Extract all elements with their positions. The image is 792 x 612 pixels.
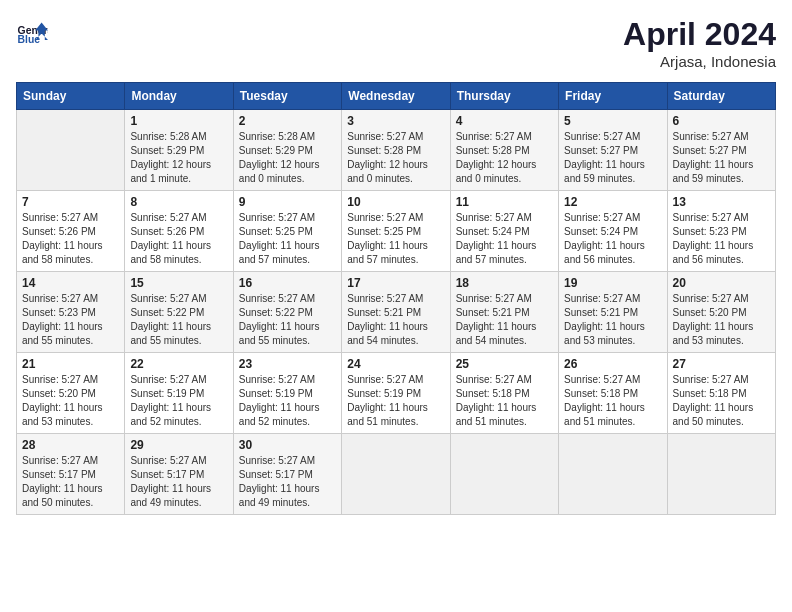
calendar-cell: 16Sunrise: 5:27 AMSunset: 5:22 PMDayligh…: [233, 272, 341, 353]
day-number: 18: [456, 276, 553, 290]
weekday-header-monday: Monday: [125, 83, 233, 110]
day-info: Sunrise: 5:27 AMSunset: 5:21 PMDaylight:…: [456, 292, 553, 348]
day-number: 11: [456, 195, 553, 209]
day-info: Sunrise: 5:27 AMSunset: 5:25 PMDaylight:…: [347, 211, 444, 267]
day-number: 30: [239, 438, 336, 452]
day-number: 2: [239, 114, 336, 128]
week-row-1: 1Sunrise: 5:28 AMSunset: 5:29 PMDaylight…: [17, 110, 776, 191]
day-info: Sunrise: 5:27 AMSunset: 5:27 PMDaylight:…: [673, 130, 770, 186]
day-info: Sunrise: 5:27 AMSunset: 5:19 PMDaylight:…: [347, 373, 444, 429]
day-number: 22: [130, 357, 227, 371]
weekday-header-row: SundayMondayTuesdayWednesdayThursdayFrid…: [17, 83, 776, 110]
day-number: 16: [239, 276, 336, 290]
day-info: Sunrise: 5:28 AMSunset: 5:29 PMDaylight:…: [239, 130, 336, 186]
day-info: Sunrise: 5:27 AMSunset: 5:28 PMDaylight:…: [456, 130, 553, 186]
day-info: Sunrise: 5:27 AMSunset: 5:28 PMDaylight:…: [347, 130, 444, 186]
day-number: 15: [130, 276, 227, 290]
day-info: Sunrise: 5:27 AMSunset: 5:20 PMDaylight:…: [22, 373, 119, 429]
day-number: 12: [564, 195, 661, 209]
day-number: 24: [347, 357, 444, 371]
day-number: 5: [564, 114, 661, 128]
calendar-cell: 4Sunrise: 5:27 AMSunset: 5:28 PMDaylight…: [450, 110, 558, 191]
logo: General Blue: [16, 16, 48, 48]
day-info: Sunrise: 5:27 AMSunset: 5:17 PMDaylight:…: [239, 454, 336, 510]
day-number: 6: [673, 114, 770, 128]
calendar-cell: 28Sunrise: 5:27 AMSunset: 5:17 PMDayligh…: [17, 434, 125, 515]
day-number: 9: [239, 195, 336, 209]
day-number: 28: [22, 438, 119, 452]
week-row-4: 21Sunrise: 5:27 AMSunset: 5:20 PMDayligh…: [17, 353, 776, 434]
calendar-cell: 22Sunrise: 5:27 AMSunset: 5:19 PMDayligh…: [125, 353, 233, 434]
day-number: 23: [239, 357, 336, 371]
calendar-cell: 19Sunrise: 5:27 AMSunset: 5:21 PMDayligh…: [559, 272, 667, 353]
day-number: 4: [456, 114, 553, 128]
day-number: 3: [347, 114, 444, 128]
day-info: Sunrise: 5:27 AMSunset: 5:17 PMDaylight:…: [22, 454, 119, 510]
day-info: Sunrise: 5:27 AMSunset: 5:26 PMDaylight:…: [130, 211, 227, 267]
day-info: Sunrise: 5:27 AMSunset: 5:17 PMDaylight:…: [130, 454, 227, 510]
calendar-table: SundayMondayTuesdayWednesdayThursdayFrid…: [16, 82, 776, 515]
day-number: 14: [22, 276, 119, 290]
day-info: Sunrise: 5:27 AMSunset: 5:25 PMDaylight:…: [239, 211, 336, 267]
calendar-cell: 26Sunrise: 5:27 AMSunset: 5:18 PMDayligh…: [559, 353, 667, 434]
calendar-cell: 8Sunrise: 5:27 AMSunset: 5:26 PMDaylight…: [125, 191, 233, 272]
day-info: Sunrise: 5:27 AMSunset: 5:18 PMDaylight:…: [456, 373, 553, 429]
week-row-5: 28Sunrise: 5:27 AMSunset: 5:17 PMDayligh…: [17, 434, 776, 515]
calendar-cell: [667, 434, 775, 515]
calendar-cell: 15Sunrise: 5:27 AMSunset: 5:22 PMDayligh…: [125, 272, 233, 353]
calendar-cell: 1Sunrise: 5:28 AMSunset: 5:29 PMDaylight…: [125, 110, 233, 191]
day-number: 8: [130, 195, 227, 209]
weekday-header-sunday: Sunday: [17, 83, 125, 110]
calendar-cell: 9Sunrise: 5:27 AMSunset: 5:25 PMDaylight…: [233, 191, 341, 272]
calendar-cell: 18Sunrise: 5:27 AMSunset: 5:21 PMDayligh…: [450, 272, 558, 353]
calendar-cell: [17, 110, 125, 191]
calendar-cell: 17Sunrise: 5:27 AMSunset: 5:21 PMDayligh…: [342, 272, 450, 353]
day-info: Sunrise: 5:27 AMSunset: 5:23 PMDaylight:…: [22, 292, 119, 348]
day-number: 29: [130, 438, 227, 452]
day-info: Sunrise: 5:27 AMSunset: 5:21 PMDaylight:…: [564, 292, 661, 348]
month-title: April 2024: [623, 16, 776, 53]
day-info: Sunrise: 5:27 AMSunset: 5:24 PMDaylight:…: [564, 211, 661, 267]
calendar-cell: 29Sunrise: 5:27 AMSunset: 5:17 PMDayligh…: [125, 434, 233, 515]
day-number: 19: [564, 276, 661, 290]
day-info: Sunrise: 5:27 AMSunset: 5:21 PMDaylight:…: [347, 292, 444, 348]
calendar-cell: 10Sunrise: 5:27 AMSunset: 5:25 PMDayligh…: [342, 191, 450, 272]
calendar-cell: 27Sunrise: 5:27 AMSunset: 5:18 PMDayligh…: [667, 353, 775, 434]
calendar-cell: 13Sunrise: 5:27 AMSunset: 5:23 PMDayligh…: [667, 191, 775, 272]
day-info: Sunrise: 5:27 AMSunset: 5:19 PMDaylight:…: [239, 373, 336, 429]
weekday-header-wednesday: Wednesday: [342, 83, 450, 110]
calendar-cell: 30Sunrise: 5:27 AMSunset: 5:17 PMDayligh…: [233, 434, 341, 515]
calendar-cell: 24Sunrise: 5:27 AMSunset: 5:19 PMDayligh…: [342, 353, 450, 434]
calendar-cell: [342, 434, 450, 515]
day-info: Sunrise: 5:27 AMSunset: 5:19 PMDaylight:…: [130, 373, 227, 429]
calendar-cell: 3Sunrise: 5:27 AMSunset: 5:28 PMDaylight…: [342, 110, 450, 191]
calendar-cell: [450, 434, 558, 515]
calendar-cell: 2Sunrise: 5:28 AMSunset: 5:29 PMDaylight…: [233, 110, 341, 191]
day-number: 25: [456, 357, 553, 371]
day-number: 1: [130, 114, 227, 128]
calendar-cell: 14Sunrise: 5:27 AMSunset: 5:23 PMDayligh…: [17, 272, 125, 353]
calendar-cell: [559, 434, 667, 515]
weekday-header-thursday: Thursday: [450, 83, 558, 110]
day-info: Sunrise: 5:27 AMSunset: 5:23 PMDaylight:…: [673, 211, 770, 267]
page-header: General Blue April 2024 Arjasa, Indonesi…: [16, 16, 776, 70]
calendar-cell: 20Sunrise: 5:27 AMSunset: 5:20 PMDayligh…: [667, 272, 775, 353]
day-number: 27: [673, 357, 770, 371]
day-info: Sunrise: 5:27 AMSunset: 5:27 PMDaylight:…: [564, 130, 661, 186]
calendar-cell: 23Sunrise: 5:27 AMSunset: 5:19 PMDayligh…: [233, 353, 341, 434]
day-number: 20: [673, 276, 770, 290]
day-info: Sunrise: 5:27 AMSunset: 5:18 PMDaylight:…: [564, 373, 661, 429]
day-info: Sunrise: 5:27 AMSunset: 5:24 PMDaylight:…: [456, 211, 553, 267]
calendar-cell: 6Sunrise: 5:27 AMSunset: 5:27 PMDaylight…: [667, 110, 775, 191]
day-info: Sunrise: 5:27 AMSunset: 5:22 PMDaylight:…: [239, 292, 336, 348]
calendar-cell: 7Sunrise: 5:27 AMSunset: 5:26 PMDaylight…: [17, 191, 125, 272]
calendar-cell: 21Sunrise: 5:27 AMSunset: 5:20 PMDayligh…: [17, 353, 125, 434]
weekday-header-saturday: Saturday: [667, 83, 775, 110]
day-number: 26: [564, 357, 661, 371]
week-row-2: 7Sunrise: 5:27 AMSunset: 5:26 PMDaylight…: [17, 191, 776, 272]
calendar-cell: 25Sunrise: 5:27 AMSunset: 5:18 PMDayligh…: [450, 353, 558, 434]
day-info: Sunrise: 5:27 AMSunset: 5:22 PMDaylight:…: [130, 292, 227, 348]
location: Arjasa, Indonesia: [623, 53, 776, 70]
day-info: Sunrise: 5:27 AMSunset: 5:18 PMDaylight:…: [673, 373, 770, 429]
day-info: Sunrise: 5:27 AMSunset: 5:26 PMDaylight:…: [22, 211, 119, 267]
